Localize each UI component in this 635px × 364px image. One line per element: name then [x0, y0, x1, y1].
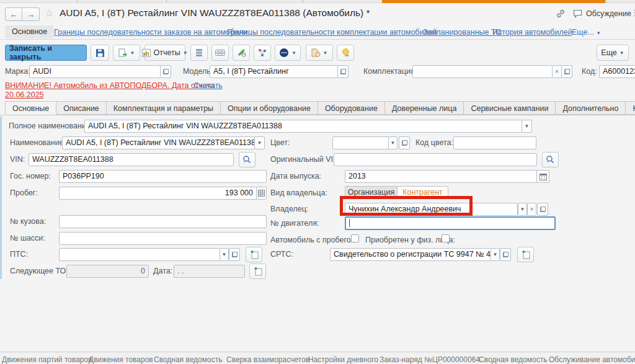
create-document-icon — [250, 250, 259, 259]
config-clear-button[interactable]: × — [552, 65, 562, 78]
nav-item-main[interactable]: Основное — [5, 25, 54, 38]
orig-vin-check-button[interactable] — [542, 152, 559, 167]
mileage-calculator-button[interactable] — [256, 187, 267, 200]
color-code-field[interactable] — [453, 136, 536, 149]
year-calendar-button[interactable] — [536, 170, 549, 183]
vin-field[interactable]: WAUZZZ8T8EA011388 — [29, 153, 234, 166]
owner-kind-organization-button[interactable]: Организация — [345, 186, 397, 199]
more-header-icon[interactable]: ⋮ — [631, 8, 635, 17]
color-open-button[interactable] — [399, 136, 410, 149]
pencil-clock-icon — [237, 48, 246, 57]
save-button[interactable] — [91, 45, 109, 61]
autopodbor-warning-date[interactable]: 20.06.2025 — [5, 91, 44, 99]
tab-additional[interactable]: Дополнительно — [556, 101, 626, 115]
orig-vin-label: Оригинальный VIN: — [270, 155, 341, 164]
taskbar-item[interactable]: Сводная ведомость — [154, 355, 222, 364]
chassis-number-field[interactable] — [59, 232, 267, 245]
create-linked-button[interactable]: ▼ — [113, 45, 140, 61]
dropdown-arrow-icon: ▼ — [619, 50, 624, 56]
owner-clear-button[interactable]: × — [527, 203, 536, 216]
pts-create-button[interactable] — [246, 247, 262, 262]
document-movements-button[interactable] — [190, 45, 208, 61]
model-field[interactable]: A5, I (8T) Рестайлинг — [210, 65, 338, 78]
mileage-field[interactable]: 193 000 — [59, 187, 257, 200]
next-maintenance-date-label: Дата: — [153, 267, 172, 275]
forward-button[interactable]: → — [22, 7, 40, 21]
srts-field[interactable]: Свидетельство о регистрации ТС 9947 № 49… — [330, 248, 491, 261]
nav-link-more[interactable]: Еще... ▼ — [572, 28, 601, 37]
taskbar-item[interactable]: Сводная ведомость — [479, 355, 547, 364]
back-button[interactable]: ← — [5, 7, 22, 21]
owner-open-button[interactable] — [537, 203, 548, 216]
lightbulb-icon — [342, 48, 350, 58]
reports-button[interactable]: Отчеты ▼ — [144, 45, 185, 61]
related-documents-button[interactable] — [254, 45, 271, 61]
pts-open-button[interactable] — [229, 248, 240, 261]
pts-dropdown-button[interactable]: ▼ — [220, 248, 229, 261]
model-open-button[interactable] — [337, 65, 349, 78]
orig-vin-field[interactable] — [334, 153, 537, 166]
change-history-button[interactable] — [233, 45, 250, 61]
tab-options[interactable]: Опции и оборудование — [221, 101, 318, 115]
engine-number-field[interactable] — [345, 216, 556, 230]
save-and-close-button[interactable]: Записать и закрыть — [5, 45, 87, 61]
full-name-field[interactable]: AUDI A5, I (8T) Рестайлинг VIN WAUZZZ8T8… — [84, 120, 522, 133]
body-number-field[interactable] — [59, 215, 267, 228]
config-open-button[interactable] — [561, 65, 572, 78]
toolbar-more-button[interactable]: Еще ▼ — [597, 45, 629, 61]
taskbar-item[interactable]: Обслуживание автомобилей — [549, 355, 635, 364]
strip-divider — [303, 0, 303, 3]
next-maintenance-label: Следующее ТО: — [10, 267, 68, 275]
hints-button[interactable] — [337, 45, 354, 61]
tab-service-campaigns[interactable]: Сервисные кампании — [464, 101, 556, 115]
next-maintenance-create-button[interactable] — [249, 264, 266, 279]
tab-main[interactable]: Основные — [5, 101, 56, 115]
owner-kind-contractor-button[interactable]: Контрагент — [397, 186, 448, 199]
tab-configuration[interactable]: Комплектация и параметры — [107, 101, 221, 115]
name-field[interactable]: AUDI A5, I (8T) Рестайлинг VIN WAUZZZ8T8… — [62, 136, 255, 149]
srts-open-button[interactable] — [500, 248, 511, 261]
scheduled-tasks-button[interactable]: ▼ — [306, 45, 333, 61]
autopodbor-warning-link[interactable]: ВНИМАНИЕ! Автомобиль из АВТОПОДБОРА. Дат… — [5, 81, 215, 90]
open-windows-strip[interactable] — [0, 0, 635, 3]
tab-comment[interactable]: Комментарий — [626, 101, 635, 115]
vin-check-button[interactable] — [239, 152, 255, 167]
color-field[interactable] — [332, 136, 389, 149]
config-field[interactable] — [412, 65, 553, 78]
srts-dropdown-button[interactable]: ▼ — [491, 248, 500, 261]
srts-create-button[interactable] — [517, 247, 534, 262]
open-icon — [540, 206, 546, 212]
from-person-checkbox[interactable] — [442, 234, 450, 242]
full-name-dropdown-button[interactable]: ▼ — [522, 120, 532, 133]
color-dropdown-button[interactable]: ▼ — [388, 136, 397, 149]
owner-dropdown-button[interactable]: ▼ — [518, 203, 527, 216]
download-link[interactable]: Скачать — [193, 81, 223, 90]
copy-link-icon[interactable] — [556, 9, 566, 19]
name-dropdown-button[interactable]: ▼ — [254, 136, 265, 149]
used-car-label: Автомобиль с пробегом: — [270, 236, 358, 244]
taskbar-item[interactable]: Сверка взаиморасчетов — [226, 355, 309, 364]
tab-equipment[interactable]: Оборудование — [318, 101, 385, 115]
pts-field[interactable] — [59, 248, 220, 261]
taskbar-item[interactable]: Заказ-наряд №ЦР000000064 — [380, 355, 480, 364]
year-field[interactable]: 2013 — [345, 170, 537, 183]
nav-link-history[interactable]: История автомобилей — [492, 28, 572, 37]
used-car-checkbox[interactable] — [351, 234, 359, 242]
brand-open-button[interactable] — [160, 65, 171, 78]
taskbar-item[interactable]: Настройки дневного — [308, 355, 378, 364]
discussion-toolbar-button[interactable]: ▼ — [275, 45, 301, 61]
strip-divider — [77, 0, 78, 3]
tab-trusted-persons[interactable]: Доверенные лица — [385, 101, 464, 115]
favorite-star-icon[interactable]: ☆ — [45, 7, 54, 20]
nav-link-config-sequence[interactable]: Границы последовательности комплектации … — [227, 28, 437, 37]
owner-field[interactable]: Чунихин Александр Андреевич — [345, 203, 518, 216]
odometer-button[interactable] — [211, 45, 229, 61]
plate-field[interactable]: P036PP190 — [59, 170, 267, 183]
brand-field[interactable]: AUDI — [29, 65, 161, 78]
taskbar-item[interactable]: Движения партий товаров — [2, 355, 92, 364]
nav-link-planned-to[interactable]: Запланированные ТО — [423, 28, 502, 37]
taskbar-item[interactable]: Движения товаров — [89, 355, 153, 364]
nav-link-order-sequence[interactable]: Границы последовательности заказов на ав… — [54, 28, 247, 37]
discussion-button[interactable]: Обсуждение — [573, 9, 631, 18]
tab-description[interactable]: Описание — [56, 101, 107, 115]
